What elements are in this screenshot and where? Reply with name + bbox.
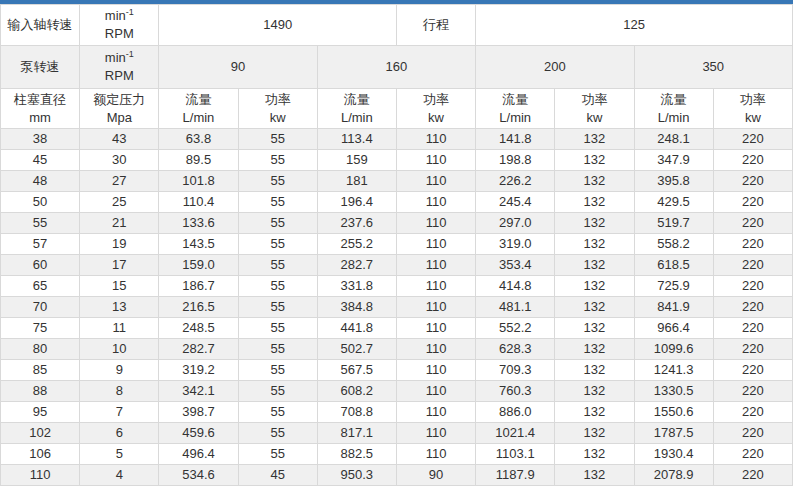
cell: 384.8 bbox=[317, 297, 396, 318]
cell: 110 bbox=[396, 150, 475, 171]
cell: 48 bbox=[1, 171, 80, 192]
table-row: 888342.155608.2110760.31321330.5220 bbox=[1, 381, 793, 402]
cell: 141.8 bbox=[476, 129, 555, 150]
cell: 132 bbox=[555, 213, 634, 234]
cell: 7 bbox=[80, 402, 159, 423]
cell: 282.7 bbox=[317, 255, 396, 276]
cell: 90 bbox=[396, 465, 475, 486]
unit-superscript: -1 bbox=[126, 49, 134, 59]
cell: 132 bbox=[555, 276, 634, 297]
cell: 1103.1 bbox=[476, 444, 555, 465]
cell: 519.7 bbox=[634, 213, 713, 234]
cell: 1021.4 bbox=[476, 423, 555, 444]
cell: 80 bbox=[1, 339, 80, 360]
pump-spec-page: 输入轴转速 min-1RPM 1490 行程 125 泵转速 min-1RPM … bbox=[0, 0, 793, 486]
cell: 226.2 bbox=[476, 171, 555, 192]
cell: 429.5 bbox=[634, 192, 713, 213]
cell: 110 bbox=[396, 234, 475, 255]
cell: 110.4 bbox=[159, 192, 238, 213]
cell: 110 bbox=[396, 381, 475, 402]
table-row: 5719143.555255.2110319.0132558.2220 bbox=[1, 234, 793, 255]
table-row: 7511248.555441.8110552.2132966.4220 bbox=[1, 318, 793, 339]
cell: 30 bbox=[80, 150, 159, 171]
cell: 220 bbox=[713, 465, 792, 486]
cell: 65 bbox=[1, 276, 80, 297]
cell: 628.3 bbox=[476, 339, 555, 360]
cell: 618.5 bbox=[634, 255, 713, 276]
cell: 55 bbox=[238, 213, 317, 234]
pump-speed-value-160: 160 bbox=[317, 46, 475, 89]
cell: 132 bbox=[555, 444, 634, 465]
cell: 817.1 bbox=[317, 423, 396, 444]
pump-speed-label: 泵转速 bbox=[1, 46, 80, 89]
cell: 55 bbox=[238, 360, 317, 381]
cell: 55 bbox=[238, 423, 317, 444]
flow-title: 流量 bbox=[502, 92, 528, 107]
cell: 55 bbox=[238, 444, 317, 465]
cell: 10 bbox=[80, 339, 159, 360]
cell: 220 bbox=[713, 402, 792, 423]
power-header-160: 功率kw bbox=[396, 89, 475, 129]
table-row: 384363.855113.4110141.8132248.1220 bbox=[1, 129, 793, 150]
power-header-200: 功率kw bbox=[555, 89, 634, 129]
table-row: 1065496.455882.51101103.11321930.4220 bbox=[1, 444, 793, 465]
cell: 133.6 bbox=[159, 213, 238, 234]
cell: 45 bbox=[238, 465, 317, 486]
cell: 132 bbox=[555, 129, 634, 150]
cell: 220 bbox=[713, 444, 792, 465]
cell: 1241.3 bbox=[634, 360, 713, 381]
cell: 55 bbox=[238, 129, 317, 150]
cell: 70 bbox=[1, 297, 80, 318]
unit-base: min bbox=[105, 50, 126, 65]
cell: 55 bbox=[238, 339, 317, 360]
power-header-350: 功率kw bbox=[713, 89, 792, 129]
cell: 55 bbox=[238, 402, 317, 423]
header-row-columns: 柱塞直径mm 额定压力Mpa 流量L/min 功率kw 流量L/min 功率kw… bbox=[1, 89, 793, 129]
cell: 132 bbox=[555, 171, 634, 192]
cell: 709.3 bbox=[476, 360, 555, 381]
cell: 558.2 bbox=[634, 234, 713, 255]
cell: 6 bbox=[80, 423, 159, 444]
cell: 552.2 bbox=[476, 318, 555, 339]
cell: 89.5 bbox=[159, 150, 238, 171]
flow-unit: L/min bbox=[658, 110, 690, 125]
flow-unit: L/min bbox=[183, 110, 215, 125]
power-title: 功率 bbox=[423, 92, 449, 107]
cell: 132 bbox=[555, 402, 634, 423]
cell: 110 bbox=[396, 129, 475, 150]
cell: 966.4 bbox=[634, 318, 713, 339]
cell: 237.6 bbox=[317, 213, 396, 234]
cell: 1330.5 bbox=[634, 381, 713, 402]
cell: 132 bbox=[555, 381, 634, 402]
cell: 496.4 bbox=[159, 444, 238, 465]
table-row: 453089.555159110198.8132347.9220 bbox=[1, 150, 793, 171]
plunger-diameter-unit: mm bbox=[29, 110, 51, 125]
table-row: 8010282.755502.7110628.31321099.6220 bbox=[1, 339, 793, 360]
flow-header-90: 流量L/min bbox=[159, 89, 238, 129]
cell: 55 bbox=[238, 381, 317, 402]
cell: 181 bbox=[317, 171, 396, 192]
cell: 1187.9 bbox=[476, 465, 555, 486]
cell: 57 bbox=[1, 234, 80, 255]
flow-header-350: 流量L/min bbox=[634, 89, 713, 129]
cell: 110 bbox=[396, 276, 475, 297]
cell: 414.8 bbox=[476, 276, 555, 297]
stroke-value: 125 bbox=[476, 5, 793, 46]
table-row: 4827101.855181110226.2132395.8220 bbox=[1, 171, 793, 192]
rated-pressure-unit: Mpa bbox=[107, 110, 132, 125]
rated-pressure-title: 额定压力 bbox=[93, 92, 145, 107]
unit-rpm: RPM bbox=[105, 26, 134, 41]
flow-title: 流量 bbox=[661, 92, 687, 107]
cell: 55 bbox=[1, 213, 80, 234]
cell: 347.9 bbox=[634, 150, 713, 171]
table-row: 1104534.645950.3901187.91322078.9220 bbox=[1, 465, 793, 486]
table-header: 输入轴转速 min-1RPM 1490 行程 125 泵转速 min-1RPM … bbox=[1, 5, 793, 129]
unit-superscript: -1 bbox=[126, 7, 134, 17]
input-shaft-speed-value: 1490 bbox=[159, 5, 397, 46]
cell: 319.0 bbox=[476, 234, 555, 255]
cell: 110 bbox=[396, 402, 475, 423]
cell: 1099.6 bbox=[634, 339, 713, 360]
cell: 4 bbox=[80, 465, 159, 486]
cell: 395.8 bbox=[634, 171, 713, 192]
cell: 45 bbox=[1, 150, 80, 171]
